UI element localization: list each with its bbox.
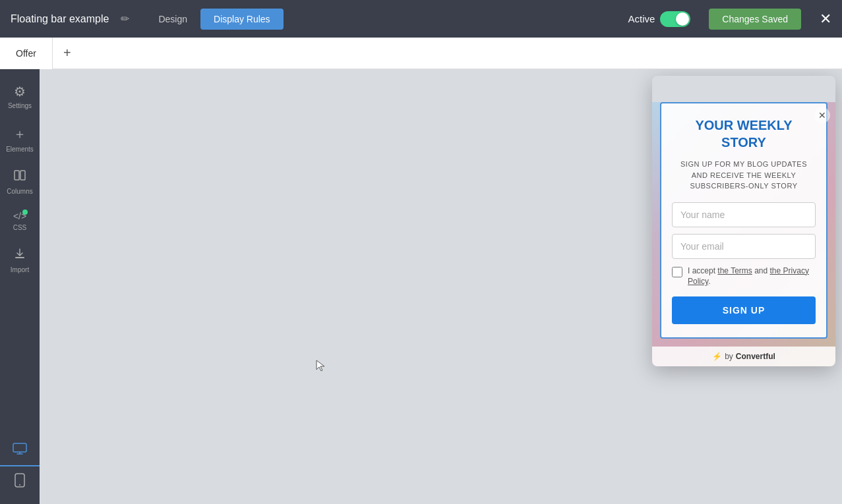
footer-brand: Convertful (736, 352, 775, 361)
footer-by-text: by (725, 352, 733, 361)
active-toggle-switch[interactable] (660, 11, 690, 27)
columns-icon (13, 169, 26, 185)
close-button[interactable]: ✕ (820, 11, 831, 28)
sidebar-item-elements[interactable]: ＋ Elements (0, 117, 40, 161)
sidebar-item-settings[interactable]: ⚙ Settings (0, 76, 40, 117)
sidebar: ⚙ Settings ＋ Elements Columns </> CSS (0, 69, 40, 504)
toggle-knob (676, 13, 689, 26)
elements-icon: ＋ (13, 125, 26, 143)
tab-offer[interactable]: Offer (0, 38, 53, 69)
popup-widget: ✕ YOUR WEEKLY STORY SIGN UP FOR MY BLOG … (652, 76, 835, 366)
sidebar-device-desktop[interactable] (0, 435, 40, 466)
css-icon: </> (13, 211, 26, 221)
css-dot-indicator (22, 210, 28, 215)
svg-rect-0 (15, 171, 19, 180)
name-input[interactable] (672, 202, 816, 227)
canvas[interactable]: ✕ YOUR WEEKLY STORY SIGN UP FOR MY BLOG … (40, 69, 842, 504)
sidebar-elements-label: Elements (6, 146, 34, 153)
tab-design[interactable]: Design (145, 9, 200, 30)
signup-button[interactable]: SIGN UP (672, 296, 816, 324)
popup-content-box: YOUR WEEKLY STORY SIGN UP FOR MY BLOG UP… (660, 102, 827, 339)
svg-rect-2 (15, 257, 24, 258)
terms-link[interactable]: the Terms (717, 266, 752, 275)
sidebar-columns-label: Columns (7, 188, 32, 195)
tab-display-rules[interactable]: Display Rules (200, 9, 284, 30)
tabs-bar: Offer + (0, 38, 842, 69)
sidebar-item-css[interactable]: </> CSS (0, 203, 40, 239)
active-toggle-group: Active (628, 11, 691, 27)
topbar: Floating bar example ✏ Design Display Ru… (0, 0, 842, 38)
main-layout: ⚙ Settings ＋ Elements Columns </> CSS (0, 69, 842, 504)
sidebar-item-import[interactable]: Import (0, 239, 40, 281)
app-title: Floating bar example (11, 13, 109, 25)
desktop-icon (13, 442, 27, 459)
settings-icon: ⚙ (14, 84, 26, 99)
sidebar-item-columns[interactable]: Columns (0, 161, 40, 203)
edit-icon[interactable]: ✏ (121, 13, 129, 25)
svg-rect-3 (13, 443, 26, 452)
popup-footer: ⚡ by Convertful (652, 347, 835, 366)
add-tab-button[interactable]: + (53, 45, 82, 61)
popup-subtitle: SIGN UP FOR MY BLOG UPDATES AND RECEIVE … (672, 159, 816, 192)
terms-label: I accept the Terms and the Privacy Polic… (688, 266, 816, 288)
active-label: Active (628, 13, 655, 24)
popup-close-button[interactable]: ✕ (814, 107, 830, 123)
terms-checkbox-row: I accept the Terms and the Privacy Polic… (672, 266, 816, 288)
cursor-pointer (315, 359, 327, 374)
sidebar-css-label: CSS (13, 224, 27, 231)
mobile-icon (15, 473, 25, 491)
popup-title: YOUR WEEKLY STORY (672, 117, 816, 151)
svg-rect-1 (20, 171, 25, 180)
sidebar-import-label: Import (11, 266, 29, 273)
terms-checkbox[interactable] (672, 267, 682, 277)
popup-background: ✕ YOUR WEEKLY STORY SIGN UP FOR MY BLOG … (652, 102, 835, 366)
email-input[interactable] (672, 234, 816, 259)
sidebar-settings-label: Settings (8, 102, 32, 109)
footer-lightning-icon: ⚡ (712, 352, 722, 361)
svg-point-5 (19, 484, 20, 486)
sidebar-device-mobile[interactable] (0, 466, 40, 497)
import-icon (13, 247, 26, 264)
topbar-tabs: Design Display Rules (145, 9, 283, 30)
changes-saved-button: Changes Saved (709, 9, 801, 30)
